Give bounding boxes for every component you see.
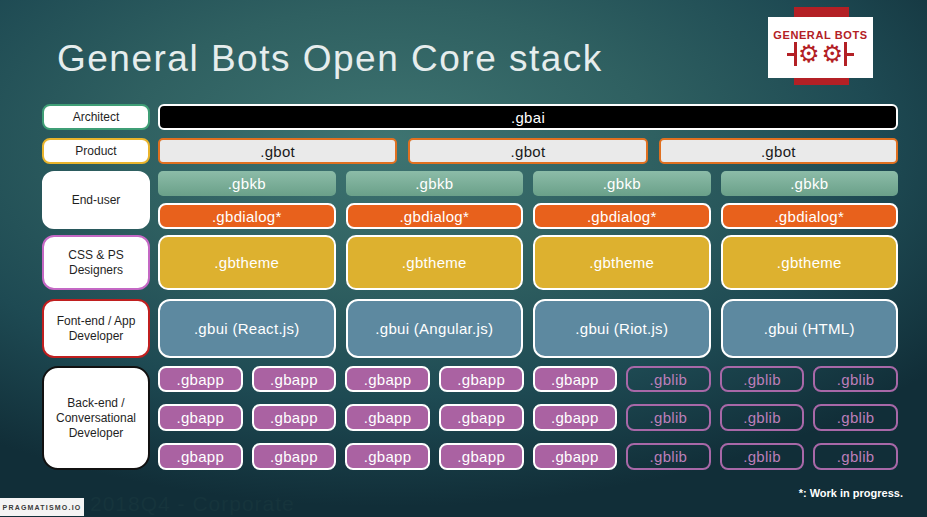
gear-icon: ⚙ [797,42,821,66]
gbapp-box: .gbapp [439,366,524,392]
gbapp-box: .gbapp [252,366,337,392]
gbot-box: .gbot [659,138,898,164]
gbapp-box: .gbapp [533,443,618,470]
row-gbapp-1: .gbapp .gbapp .gbapp .gbapp .gbapp .gbli… [158,366,898,392]
gear-stub-right [847,53,854,56]
gbui-react-box: .gbui (React.js) [158,299,336,358]
gbot-box: .gbot [408,138,647,164]
gbtheme-box: .gbtheme [721,235,899,290]
label-product: Product [42,138,150,164]
label-css-ps-designers: CSS & PS Designers [42,235,150,290]
label-frontend-app-developer: Font-end / App Developer [42,299,150,358]
footer-caption: 2018Q4 - Corporate [90,492,295,516]
row-gbtheme: .gbtheme .gbtheme .gbtheme .gbtheme [158,235,898,290]
gblib-box: .gblib [813,366,898,392]
gbkb-box: .gbkb [721,171,899,196]
gblib-box: .gblib [720,404,805,431]
gblib-box: .gblib [813,404,898,431]
gblib-box: .gblib [720,366,805,392]
gblib-box: .gblib [626,366,711,392]
row-gbot: .gbot .gbot .gbot [158,138,898,164]
gbapp-box: .gbapp [533,404,618,431]
gbapp-box: .gbapp [345,366,430,392]
gbui-riot-box: .gbui (Riot.js) [533,299,711,358]
gbapp-box: .gbapp [252,443,337,470]
brand-logo: GENERAL BOTS ⚙⚙ [768,17,873,78]
gbapp-box: .gbapp [439,404,524,431]
gbtheme-box: .gbtheme [533,235,711,290]
gbapp-box: .gbapp [252,404,337,431]
gbapp-box: .gbapp [158,443,243,470]
gbdialog-box: .gbdialog* [346,203,524,229]
slide-background: General Bots Open Core stack GENERAL BOT… [0,0,927,517]
brand-name: GENERAL BOTS [773,29,867,41]
gbdialog-box: .gbdialog* [158,203,336,229]
gbdialog-box: .gbdialog* [721,203,899,229]
gbapp-box: .gbapp [533,366,618,392]
page-title: General Bots Open Core stack [57,38,603,80]
gbai-box: .gbai [158,104,898,130]
gbtheme-box: .gbtheme [346,235,524,290]
gbtheme-box: .gbtheme [158,235,336,290]
gear-stub-left [787,53,794,56]
gbapp-box: .gbapp [345,404,430,431]
row-gbapp-2: .gbapp .gbapp .gbapp .gbapp .gbapp .gbli… [158,404,898,431]
row-gbui: .gbui (React.js) .gbui (Angular.js) .gbu… [158,299,898,358]
label-end-user: End-user [42,171,150,229]
gbkb-box: .gbkb [346,171,524,196]
gbapp-box: .gbapp [439,443,524,470]
row-gbkb: .gbkb .gbkb .gbkb .gbkb [158,171,898,196]
gblib-box: .gblib [813,443,898,470]
gbdialog-box: .gbdialog* [533,203,711,229]
gbkb-box: .gbkb [158,171,336,196]
gbot-box: .gbot [158,138,397,164]
gblib-box: .gblib [626,443,711,470]
gbkb-box: .gbkb [533,171,711,196]
row-gbai: .gbai [158,104,898,130]
gbapp-box: .gbapp [345,443,430,470]
gbapp-box: .gbapp [158,404,243,431]
gbui-angular-box: .gbui (Angular.js) [346,299,524,358]
work-in-progress-footnote: *: Work in progress. [799,487,903,499]
label-architect: Architect [42,104,150,130]
gears-icon: ⚙⚙ [787,42,854,66]
pragmatismo-logo: PRAGMATISMO.IO [0,498,84,516]
gbui-html-box: .gbui (HTML) [721,299,899,358]
label-backend-conversational-developer: Back-end / Conversational Developer [42,366,150,470]
gbapp-box: .gbapp [158,366,243,392]
gear-icon: ⚙ [821,42,845,66]
gblib-box: .gblib [626,404,711,431]
row-gbdialog: .gbdialog* .gbdialog* .gbdialog* .gbdial… [158,203,898,229]
row-gbapp-3: .gbapp .gbapp .gbapp .gbapp .gbapp .gbli… [158,443,898,470]
gblib-box: .gblib [720,443,805,470]
